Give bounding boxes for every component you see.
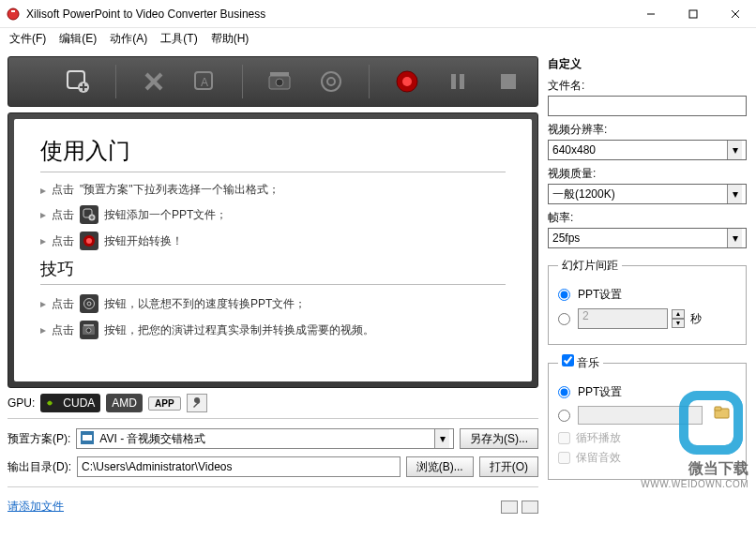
add-file-icon: [80, 205, 98, 224]
svg-point-0: [8, 8, 19, 20]
wrench-icon: [191, 397, 203, 409]
record-presentation-button[interactable]: [267, 68, 294, 95]
svg-rect-1: [11, 10, 15, 12]
menubar: 文件(F) 编辑(E) 动作(A) 工具(T) 帮助(H): [0, 28, 756, 49]
seconds-spinner: ▲▼: [672, 309, 685, 328]
titlebar: Xilisoft PowerPoint to Video Converter B…: [0, 0, 756, 28]
saveas-button[interactable]: 另存为(S)...: [460, 428, 538, 449]
stop-button[interactable]: [495, 68, 522, 95]
app-icon: [6, 7, 21, 22]
fps-select[interactable]: 25fps▾: [548, 228, 747, 248]
window-title: Xilisoft PowerPoint to Video Converter B…: [26, 7, 629, 21]
seconds-input: 2: [578, 308, 668, 329]
amd-badge[interactable]: AMD: [106, 394, 143, 412]
browse-button[interactable]: 浏览(B)...: [406, 456, 474, 477]
menu-help[interactable]: 帮助(H): [205, 29, 255, 49]
filename-input[interactable]: [548, 96, 747, 116]
custom-heading: 自定义: [548, 56, 747, 72]
preset-combo[interactable]: AVI - 音视频交错格式 ▾: [76, 428, 454, 449]
speed-icon: [80, 294, 98, 313]
svg-rect-3: [689, 10, 697, 18]
music-group: 音乐 PPT设置 循环播放 保留音效: [548, 354, 747, 480]
svg-rect-14: [270, 72, 289, 76]
resolution-label: 视频分辨率:: [548, 122, 747, 138]
output-label: 输出目录(D):: [8, 459, 71, 475]
svg-point-34: [86, 328, 91, 333]
toolbar: A: [8, 56, 538, 107]
cuda-badge[interactable]: CUDA: [40, 394, 100, 412]
open-button[interactable]: 打开(O): [479, 456, 538, 477]
chevron-down-icon: ▾: [727, 141, 742, 159]
heading-getting-started: 使用入门: [40, 136, 506, 172]
status-icon-1[interactable]: [501, 501, 518, 514]
menu-action[interactable]: 动作(A): [104, 29, 153, 49]
avi-icon: [81, 431, 96, 446]
gpu-row: GPU: CUDA AMD APP: [8, 394, 538, 412]
gpu-label: GPU:: [8, 396, 35, 410]
nvidia-icon: [46, 398, 59, 408]
svg-point-29: [86, 238, 92, 244]
add-file-button[interactable]: [65, 68, 91, 95]
menu-file[interactable]: 文件(F): [4, 29, 52, 49]
svg-rect-21: [451, 74, 456, 89]
music-path-input: [578, 406, 703, 425]
menu-edit[interactable]: 编辑(E): [53, 29, 102, 49]
resolution-select[interactable]: 640x480▾: [548, 140, 747, 160]
filename-label: 文件名:: [548, 78, 747, 94]
svg-rect-23: [501, 74, 516, 89]
properties-pane: 自定义 文件名: 视频分辨率: 640x480▾ 视频质量: 一般(1200K)…: [538, 49, 756, 538]
quality-select[interactable]: 一般(1200K)▾: [548, 184, 747, 204]
output-path-field[interactable]: C:\Users\Administrator\Videos: [77, 456, 401, 477]
add-file-link[interactable]: 请添加文件: [8, 499, 64, 515]
chevron-down-icon: ▾: [727, 229, 742, 247]
quality-label: 视频质量:: [548, 166, 747, 182]
chevron-down-icon: ▾: [434, 429, 449, 448]
clear-button[interactable]: A: [191, 68, 218, 95]
svg-point-20: [402, 77, 412, 86]
start-convert-button[interactable]: [394, 68, 420, 95]
record-icon: [80, 232, 98, 250]
slide-interval-group: 幻灯片间距 PPT设置 2 ▲▼ 秒: [548, 258, 747, 345]
svg-rect-38: [715, 407, 721, 411]
app-badge[interactable]: APP: [148, 396, 181, 411]
fast-convert-button[interactable]: [318, 68, 344, 95]
svg-rect-32: [83, 324, 94, 326]
music-ppt-radio[interactable]: [558, 386, 570, 398]
ppt-setting-radio[interactable]: [558, 289, 570, 301]
custom-seconds-radio[interactable]: [558, 313, 570, 325]
status-icon-2[interactable]: [522, 501, 538, 514]
svg-point-17: [322, 72, 340, 91]
preset-label: 预置方案(P):: [8, 431, 70, 447]
svg-rect-22: [460, 74, 464, 89]
fps-label: 帧率:: [548, 210, 747, 226]
camera-icon: [80, 321, 98, 339]
getting-started-panel: 使用入门 ▸点击"预置方案"下拉列表选择一个输出格式； ▸点击 按钮添加一个PP…: [14, 119, 532, 381]
maximize-button[interactable]: [672, 0, 714, 27]
chevron-down-icon: ▾: [727, 185, 742, 203]
loop-checkbox: [558, 432, 570, 444]
svg-point-18: [327, 78, 335, 85]
music-checkbox[interactable]: [562, 354, 574, 366]
keep-audio-checkbox: [558, 452, 570, 464]
heading-tips: 技巧: [40, 258, 506, 285]
gpu-settings-button[interactable]: [187, 394, 207, 412]
delete-button[interactable]: [141, 68, 167, 95]
menu-tools[interactable]: 工具(T): [155, 29, 203, 49]
svg-point-30: [84, 299, 95, 309]
svg-rect-36: [83, 435, 92, 441]
svg-point-16: [276, 79, 283, 86]
pause-button[interactable]: [445, 68, 471, 95]
svg-text:A: A: [201, 76, 208, 89]
close-button[interactable]: [714, 0, 756, 27]
music-custom-radio[interactable]: [558, 410, 570, 422]
svg-point-31: [87, 302, 91, 306]
music-browse-button[interactable]: [714, 406, 736, 425]
minimize-button[interactable]: [629, 0, 672, 27]
